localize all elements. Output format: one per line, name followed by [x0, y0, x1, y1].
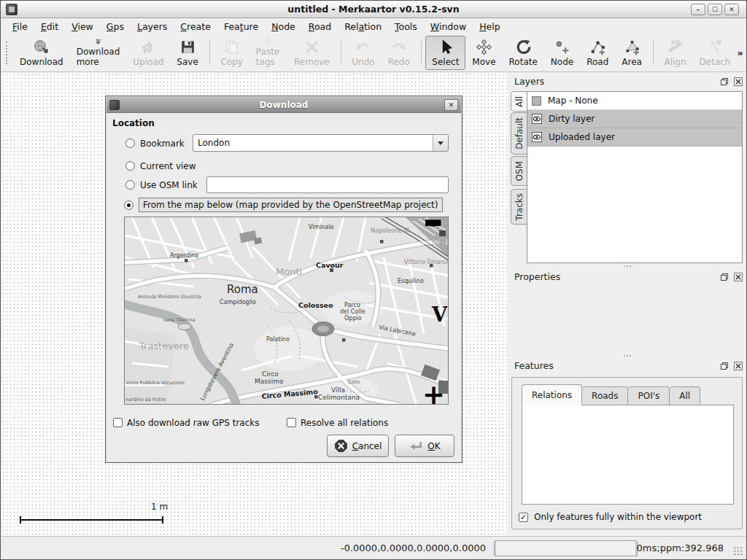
layer-row[interactable]: Map - None: [527, 92, 742, 110]
float-panel-icon[interactable]: [719, 76, 729, 87]
toolbar-handle[interactable]: [6, 42, 7, 64]
layers-tab-tracks[interactable]: Tracks: [511, 189, 527, 225]
close-panel-icon[interactable]: [732, 271, 743, 282]
osm-link-radio[interactable]: [125, 180, 135, 190]
features-tab-pois[interactable]: POI's: [628, 386, 670, 405]
bookmark-combobox-value: London: [193, 138, 433, 148]
toolbar-button-label: Paste tags: [256, 47, 281, 67]
layers-tab-all[interactable]: All: [511, 91, 527, 112]
menu-view[interactable]: View: [65, 20, 100, 34]
layers-tab-osm[interactable]: OSM: [511, 156, 527, 186]
gps-tracks-checkbox[interactable]: [113, 418, 123, 427]
from-map-radio[interactable]: [124, 201, 133, 210]
map-zoom-in-button[interactable]: +: [422, 381, 445, 405]
menu-window[interactable]: Window: [424, 20, 473, 34]
features-tab-roads[interactable]: Roads: [582, 386, 628, 405]
menu-gps[interactable]: Gps: [100, 20, 131, 34]
close-panel-icon[interactable]: [732, 360, 743, 371]
move-button[interactable]: Move: [465, 36, 502, 70]
layer-row-label: Dirty layer: [549, 114, 595, 124]
road-button[interactable]: Road: [580, 36, 615, 70]
map-label: Parco: [344, 302, 360, 308]
menu-help[interactable]: Help: [473, 20, 507, 34]
map-label: Campidoglio: [220, 299, 256, 306]
map-label: del Colle: [340, 308, 365, 315]
node-button[interactable]: Node: [544, 36, 580, 70]
area-button[interactable]: Area: [615, 36, 649, 70]
toolbar-button-label: Copy: [220, 57, 242, 67]
minimize-button[interactable]: –: [691, 4, 705, 15]
dialog-title-bar[interactable]: Download ✕: [107, 97, 461, 113]
menu-feature[interactable]: Feature: [217, 20, 265, 34]
features-tab-relations[interactable]: Relations: [522, 384, 582, 405]
dialog-close-button[interactable]: ✕: [444, 99, 458, 111]
ok-button[interactable]: OK: [395, 435, 454, 457]
menu-node[interactable]: Node: [265, 20, 302, 34]
map-label: stero Pubblica Istruzione: [126, 380, 185, 386]
viewport-filter-checkbox[interactable]: ✓: [519, 513, 528, 522]
bookmark-label: Bookmark: [140, 139, 185, 149]
menu-tools[interactable]: Tools: [388, 20, 424, 34]
resolve-relations-checkbox[interactable]: [287, 418, 296, 427]
features-list[interactable]: [522, 405, 734, 505]
redo-button: Redo: [382, 36, 417, 70]
menu-layers[interactable]: Layers: [131, 20, 174, 34]
select-button[interactable]: Select: [425, 36, 465, 70]
close-panel-icon[interactable]: [732, 76, 743, 87]
menu-file[interactable]: File: [6, 20, 34, 34]
layers-tab-default[interactable]: Default: [511, 112, 527, 155]
features-groupbox: RelationsRoadsPOI'sAll ✓ Only features f…: [511, 377, 743, 529]
save-icon: [179, 38, 197, 56]
toolbar-button-label: Select: [432, 57, 459, 67]
osm-link-input[interactable]: [206, 176, 449, 193]
download-more-button[interactable]: Download more: [70, 36, 127, 70]
close-button[interactable]: ✕: [724, 4, 739, 15]
from-map-label: From the map below (map provided by the …: [139, 198, 443, 212]
toolbar: DownloadDownload moreUploadSaveCopyPaste…: [1, 34, 746, 72]
dock-splitter[interactable]: [509, 354, 745, 358]
progress-bar: [494, 540, 638, 556]
menu-road[interactable]: Road: [302, 20, 338, 34]
download-button[interactable]: Download: [13, 36, 70, 70]
cancel-button[interactable]: Cancel: [327, 435, 389, 457]
map-label: Massimo: [255, 378, 284, 385]
map-label: Colosseo: [298, 301, 333, 309]
toolbar-buttons: DownloadDownload moreUploadSaveCopyPaste…: [13, 36, 737, 70]
float-panel-icon[interactable]: [719, 271, 729, 282]
current-view-radio[interactable]: [125, 161, 135, 171]
title-bar[interactable]: untitled - Merkaartor v0.15.2-svn – ☐ ✕: [1, 1, 746, 18]
menu-create[interactable]: Create: [174, 20, 217, 34]
map-label: V: [431, 303, 448, 326]
bookmark-combobox[interactable]: London: [193, 134, 449, 152]
features-tab-bar: RelationsRoadsPOI'sAll: [522, 384, 700, 405]
toolbar-button-label: Node: [551, 57, 573, 67]
bookmark-radio[interactable]: [125, 139, 135, 148]
save-button[interactable]: Save: [170, 36, 204, 70]
redo-icon: [390, 38, 408, 56]
dock-splitter[interactable]: [509, 264, 745, 268]
map-label: Esquilino: [398, 278, 424, 284]
chevron-down-icon: [438, 141, 444, 145]
toolbar-overflow-button[interactable]: »: [737, 47, 746, 58]
layers-panel-header: Layers: [509, 75, 745, 88]
layers-list[interactable]: Map - NoneDirty layerUploaded layer: [527, 91, 743, 263]
layer-row[interactable]: Dirty layer: [527, 110, 742, 128]
layer-row[interactable]: Uploaded layer: [527, 128, 742, 147]
osm-map-preview[interactable]: ViminaleNapoleone IIITermini - LaArgenti…: [124, 217, 449, 405]
map-zoom-out-button[interactable]: −: [423, 217, 444, 248]
layer-checkbox-icon[interactable]: [532, 96, 541, 106]
float-panel-icon[interactable]: [719, 360, 729, 371]
rotate-button[interactable]: Rotate: [503, 36, 544, 70]
resize-grip[interactable]: [733, 546, 743, 556]
features-tab-all[interactable]: All: [670, 386, 700, 405]
combobox-dropdown-button[interactable]: [433, 135, 448, 151]
properties-panel-header: Properties: [509, 271, 745, 284]
cancel-button-label: Cancel: [352, 441, 382, 451]
maximize-button[interactable]: ☐: [708, 4, 722, 15]
menu-relation[interactable]: Relation: [338, 20, 388, 34]
eye-icon: [532, 132, 542, 142]
ok-enter-icon: [409, 439, 423, 454]
window-title: untitled - Merkaartor v0.15.2-svn: [1, 4, 746, 15]
menu-edit[interactable]: Edit: [34, 20, 65, 34]
features-tab-label: POI's: [638, 391, 659, 401]
